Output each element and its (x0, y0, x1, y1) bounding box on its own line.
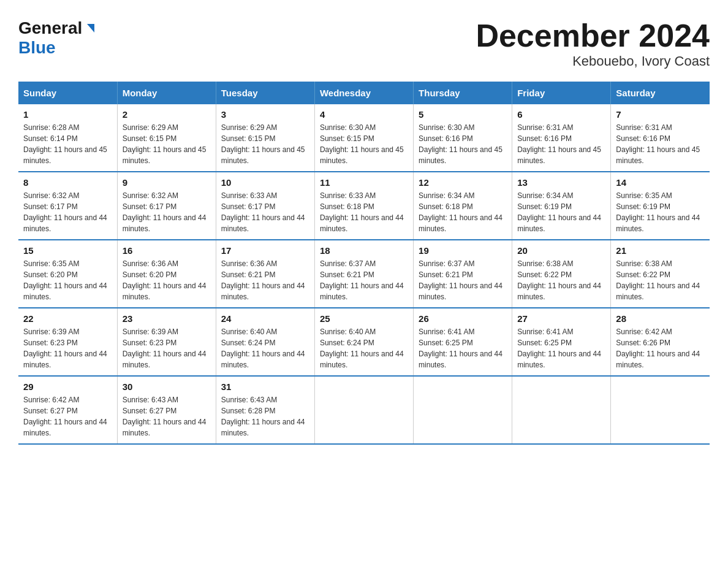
logo-blue-text: Blue (18, 38, 56, 58)
calendar-day-cell: 28 Sunrise: 6:42 AM Sunset: 6:26 PM Dayl… (611, 308, 710, 376)
calendar-day-cell: 29 Sunrise: 6:42 AM Sunset: 6:27 PM Dayl… (18, 376, 117, 444)
day-number: 20 (517, 245, 605, 256)
calendar-day-cell: 13 Sunrise: 6:34 AM Sunset: 6:19 PM Dayl… (512, 172, 611, 240)
day-info: Sunrise: 6:31 AM Sunset: 6:16 PM Dayligh… (616, 122, 705, 166)
calendar-day-cell (314, 376, 413, 444)
header-tuesday: Tuesday (216, 82, 314, 104)
calendar-day-cell (512, 376, 611, 444)
calendar-week-row: 1 Sunrise: 6:28 AM Sunset: 6:14 PM Dayli… (18, 104, 710, 172)
day-info: Sunrise: 6:28 AM Sunset: 6:14 PM Dayligh… (23, 122, 112, 166)
calendar-day-cell: 10 Sunrise: 6:33 AM Sunset: 6:17 PM Dayl… (216, 172, 314, 240)
calendar-day-cell: 23 Sunrise: 6:39 AM Sunset: 6:23 PM Dayl… (117, 308, 216, 376)
calendar-day-cell: 4 Sunrise: 6:30 AM Sunset: 6:15 PM Dayli… (314, 104, 413, 172)
calendar-table: Sunday Monday Tuesday Wednesday Thursday… (18, 82, 710, 445)
day-number: 10 (221, 177, 309, 188)
calendar-day-cell: 30 Sunrise: 6:43 AM Sunset: 6:27 PM Dayl… (117, 376, 216, 444)
calendar-day-cell: 3 Sunrise: 6:29 AM Sunset: 6:15 PM Dayli… (216, 104, 314, 172)
day-number: 18 (320, 245, 408, 256)
calendar-day-cell: 11 Sunrise: 6:33 AM Sunset: 6:18 PM Dayl… (314, 172, 413, 240)
calendar-week-row: 29 Sunrise: 6:42 AM Sunset: 6:27 PM Dayl… (18, 376, 710, 444)
calendar-day-cell: 12 Sunrise: 6:34 AM Sunset: 6:18 PM Dayl… (414, 172, 512, 240)
day-info: Sunrise: 6:38 AM Sunset: 6:22 PM Dayligh… (517, 258, 605, 302)
header-sunday: Sunday (18, 82, 117, 104)
header-saturday: Saturday (611, 82, 710, 104)
svg-marker-0 (87, 24, 94, 33)
day-info: Sunrise: 6:33 AM Sunset: 6:17 PM Dayligh… (221, 190, 309, 234)
header-thursday: Thursday (414, 82, 512, 104)
day-info: Sunrise: 6:43 AM Sunset: 6:28 PM Dayligh… (221, 394, 309, 439)
day-info: Sunrise: 6:32 AM Sunset: 6:17 PM Dayligh… (123, 190, 211, 234)
day-number: 29 (23, 381, 112, 392)
day-info: Sunrise: 6:36 AM Sunset: 6:21 PM Dayligh… (221, 258, 309, 302)
calendar-week-row: 15 Sunrise: 6:35 AM Sunset: 6:20 PM Dayl… (18, 240, 710, 308)
day-number: 1 (23, 109, 112, 120)
day-info: Sunrise: 6:30 AM Sunset: 6:15 PM Dayligh… (320, 122, 408, 166)
calendar-day-cell: 5 Sunrise: 6:30 AM Sunset: 6:16 PM Dayli… (414, 104, 512, 172)
logo: General Blue (18, 18, 97, 58)
day-number: 15 (23, 245, 112, 256)
calendar-day-cell: 21 Sunrise: 6:38 AM Sunset: 6:22 PM Dayl… (611, 240, 710, 308)
day-number: 9 (123, 177, 211, 188)
calendar-day-cell: 8 Sunrise: 6:32 AM Sunset: 6:17 PM Dayli… (18, 172, 117, 240)
day-info: Sunrise: 6:41 AM Sunset: 6:25 PM Dayligh… (419, 326, 507, 370)
day-number: 28 (616, 313, 705, 324)
calendar-day-cell: 26 Sunrise: 6:41 AM Sunset: 6:25 PM Dayl… (414, 308, 512, 376)
calendar-day-cell: 17 Sunrise: 6:36 AM Sunset: 6:21 PM Dayl… (216, 240, 314, 308)
day-number: 30 (123, 381, 211, 392)
day-info: Sunrise: 6:37 AM Sunset: 6:21 PM Dayligh… (320, 258, 408, 302)
day-number: 2 (123, 109, 211, 120)
calendar-day-cell: 7 Sunrise: 6:31 AM Sunset: 6:16 PM Dayli… (611, 104, 710, 172)
calendar-week-row: 8 Sunrise: 6:32 AM Sunset: 6:17 PM Dayli… (18, 172, 710, 240)
day-info: Sunrise: 6:42 AM Sunset: 6:27 PM Dayligh… (23, 394, 112, 439)
day-info: Sunrise: 6:39 AM Sunset: 6:23 PM Dayligh… (123, 326, 211, 370)
day-info: Sunrise: 6:37 AM Sunset: 6:21 PM Dayligh… (419, 258, 507, 302)
header-friday: Friday (512, 82, 611, 104)
calendar-day-cell: 2 Sunrise: 6:29 AM Sunset: 6:15 PM Dayli… (117, 104, 216, 172)
logo-general-text: General (18, 18, 82, 38)
calendar-day-cell: 14 Sunrise: 6:35 AM Sunset: 6:19 PM Dayl… (611, 172, 710, 240)
calendar-day-cell: 24 Sunrise: 6:40 AM Sunset: 6:24 PM Dayl… (216, 308, 314, 376)
day-info: Sunrise: 6:33 AM Sunset: 6:18 PM Dayligh… (320, 190, 408, 234)
day-number: 4 (320, 109, 408, 120)
calendar-day-cell: 18 Sunrise: 6:37 AM Sunset: 6:21 PM Dayl… (314, 240, 413, 308)
day-number: 23 (123, 313, 211, 324)
day-info: Sunrise: 6:35 AM Sunset: 6:20 PM Dayligh… (23, 258, 112, 302)
calendar-header-row: Sunday Monday Tuesday Wednesday Thursday… (18, 82, 710, 104)
day-info: Sunrise: 6:40 AM Sunset: 6:24 PM Dayligh… (320, 326, 408, 370)
calendar-day-cell: 9 Sunrise: 6:32 AM Sunset: 6:17 PM Dayli… (117, 172, 216, 240)
day-number: 6 (517, 109, 605, 120)
calendar-day-cell: 31 Sunrise: 6:43 AM Sunset: 6:28 PM Dayl… (216, 376, 314, 444)
day-info: Sunrise: 6:35 AM Sunset: 6:19 PM Dayligh… (616, 190, 705, 234)
day-number: 22 (23, 313, 112, 324)
header-monday: Monday (117, 82, 216, 104)
calendar-day-cell: 19 Sunrise: 6:37 AM Sunset: 6:21 PM Dayl… (414, 240, 512, 308)
day-info: Sunrise: 6:36 AM Sunset: 6:20 PM Dayligh… (123, 258, 211, 302)
calendar-day-cell: 1 Sunrise: 6:28 AM Sunset: 6:14 PM Dayli… (18, 104, 117, 172)
day-info: Sunrise: 6:29 AM Sunset: 6:15 PM Dayligh… (221, 122, 309, 166)
day-number: 24 (221, 313, 309, 324)
day-info: Sunrise: 6:43 AM Sunset: 6:27 PM Dayligh… (123, 394, 211, 439)
day-number: 31 (221, 381, 309, 392)
day-info: Sunrise: 6:29 AM Sunset: 6:15 PM Dayligh… (123, 122, 211, 166)
day-number: 16 (123, 245, 211, 256)
calendar-day-cell (611, 376, 710, 444)
day-number: 25 (320, 313, 408, 324)
header-wednesday: Wednesday (314, 82, 413, 104)
day-number: 27 (517, 313, 605, 324)
day-info: Sunrise: 6:34 AM Sunset: 6:19 PM Dayligh… (517, 190, 605, 234)
day-number: 26 (419, 313, 507, 324)
calendar-day-cell (414, 376, 512, 444)
day-number: 14 (616, 177, 705, 188)
calendar-day-cell: 6 Sunrise: 6:31 AM Sunset: 6:16 PM Dayli… (512, 104, 611, 172)
day-number: 19 (419, 245, 507, 256)
day-info: Sunrise: 6:30 AM Sunset: 6:16 PM Dayligh… (419, 122, 507, 166)
page-title: December 2024 (476, 18, 710, 53)
day-number: 3 (221, 109, 309, 120)
calendar-day-cell: 22 Sunrise: 6:39 AM Sunset: 6:23 PM Dayl… (18, 308, 117, 376)
page-header: General Blue December 2024 Kebouebo, Ivo… (18, 18, 710, 69)
page-subtitle: Kebouebo, Ivory Coast (476, 53, 710, 69)
calendar-day-cell: 16 Sunrise: 6:36 AM Sunset: 6:20 PM Dayl… (117, 240, 216, 308)
logo-triangle-icon (83, 21, 97, 35)
calendar-day-cell: 27 Sunrise: 6:41 AM Sunset: 6:25 PM Dayl… (512, 308, 611, 376)
calendar-day-cell: 20 Sunrise: 6:38 AM Sunset: 6:22 PM Dayl… (512, 240, 611, 308)
